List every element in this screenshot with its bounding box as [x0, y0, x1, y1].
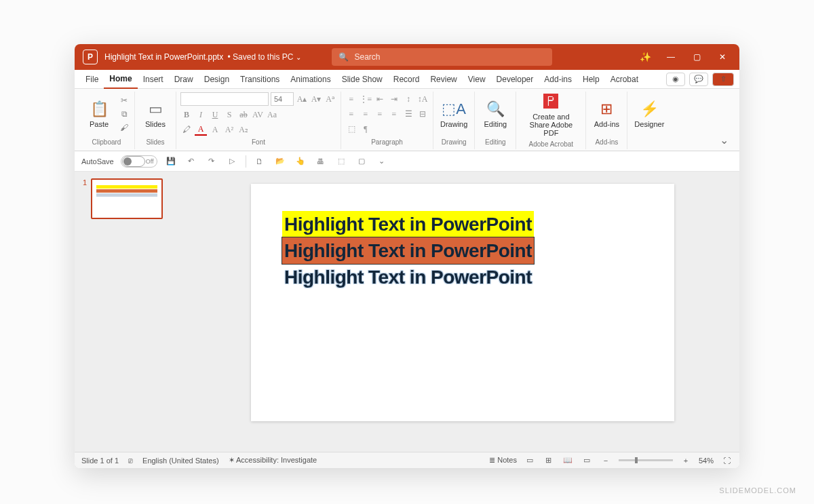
addins-button[interactable]: ⊞Add-ins — [590, 99, 623, 130]
slideshow-view-icon[interactable]: ▭ — [581, 456, 593, 465]
open-icon[interactable]: 📂 — [273, 155, 287, 168]
autosave-toggle[interactable]: Off — [121, 155, 157, 168]
numbering-button[interactable]: ⋮≡ — [360, 93, 372, 105]
save-status[interactable]: • Saved to this PC — [225, 52, 293, 62]
italic-button[interactable]: I — [195, 109, 207, 121]
zoom-level[interactable]: 54% — [699, 457, 714, 465]
highlight-color-button[interactable]: 🖍 — [180, 123, 193, 136]
maximize-button[interactable]: ▢ — [684, 44, 710, 70]
slide-counter[interactable]: Slide 1 of 1 — [81, 457, 119, 465]
clear-format-icon[interactable]: Aᵃ — [324, 93, 336, 105]
tab-home[interactable]: Home — [104, 70, 137, 89]
justify-button[interactable]: ≡ — [388, 108, 400, 120]
slide-canvas[interactable]: Highlight Text in PowerPoint Highlight T… — [251, 184, 674, 421]
tab-design[interactable]: Design — [199, 70, 235, 89]
shadow-button[interactable]: S — [223, 109, 235, 121]
magic-icon[interactable]: ✨ — [632, 44, 658, 70]
paragraph-dir-button[interactable]: ¶ — [360, 123, 372, 135]
strike-button[interactable]: ab — [237, 109, 250, 121]
qat-icon-a[interactable]: ⬚ — [334, 155, 348, 168]
fit-window-icon[interactable]: ⛶ — [720, 456, 733, 465]
cut-icon[interactable]: ✂ — [118, 94, 130, 106]
highlighted-text-yellow[interactable]: Highlight Text in PowerPoint — [282, 211, 534, 237]
char-spacing-button[interactable]: AV — [252, 109, 264, 121]
tab-draw[interactable]: Draw — [169, 70, 199, 89]
search-box[interactable]: 🔍 — [332, 48, 552, 66]
grow-font-icon[interactable]: A▴ — [296, 93, 308, 105]
copy-icon[interactable]: ⧉ — [118, 108, 130, 120]
text-effects-button[interactable]: A — [209, 123, 221, 136]
bold-button[interactable]: B — [180, 109, 193, 121]
redo-icon[interactable]: ↷ — [205, 155, 218, 168]
align-left-button[interactable]: ≡ — [345, 108, 357, 120]
sorter-view-icon[interactable]: ⊞ — [543, 456, 555, 465]
record-button[interactable]: ◉ — [666, 73, 685, 86]
notes-button[interactable]: ≣ Notes — [489, 456, 517, 465]
shrink-font-icon[interactable]: A▾ — [310, 93, 322, 105]
highlighted-text-orange[interactable]: Highlight Text in PowerPoint — [282, 237, 534, 264]
chevron-down-icon[interactable]: ⌄ — [296, 54, 301, 61]
editing-button[interactable]: 🔍Editing — [479, 99, 511, 130]
save-icon[interactable]: 💾 — [164, 155, 178, 168]
comments-button[interactable]: 💬 — [689, 73, 708, 86]
text-direction-button[interactable]: ↕A — [416, 93, 429, 105]
qat-more-icon[interactable]: ⌄ — [375, 155, 389, 168]
print-icon[interactable]: 🖶 — [314, 155, 328, 168]
reading-view-icon[interactable]: 📖 — [562, 456, 574, 465]
search-input[interactable] — [354, 52, 545, 62]
columns-button[interactable]: ☰ — [402, 108, 414, 120]
accessibility-status[interactable]: ✶ Accessibility: Investigate — [229, 456, 317, 465]
tab-view[interactable]: View — [463, 70, 491, 89]
tab-acrobat[interactable]: Acrobat — [605, 70, 644, 89]
touch-mode-icon[interactable]: 👆 — [294, 155, 307, 168]
zoom-slider[interactable] — [619, 459, 673, 461]
start-show-icon[interactable]: ▷ — [225, 155, 239, 168]
font-name-input[interactable] — [180, 92, 269, 106]
close-button[interactable]: ✕ — [710, 44, 735, 70]
superscript-button[interactable]: A² — [223, 123, 235, 136]
tab-slideshow[interactable]: Slide Show — [336, 70, 388, 89]
language-status[interactable]: English (United States) — [142, 457, 219, 465]
bullets-button[interactable]: ≡ — [345, 93, 357, 105]
indent-dec-button[interactable]: ⇤ — [374, 93, 386, 105]
tab-record[interactable]: Record — [388, 70, 425, 89]
drawing-button[interactable]: ⬚ADrawing — [438, 99, 470, 130]
tab-animations[interactable]: Animations — [285, 70, 336, 89]
tab-review[interactable]: Review — [425, 70, 462, 89]
underline-button[interactable]: U — [209, 109, 221, 121]
thumbnail-preview[interactable] — [91, 178, 163, 219]
collapse-ribbon-icon[interactable]: ⌄ — [713, 131, 735, 149]
qat-icon-b[interactable]: ▢ — [355, 155, 368, 168]
align-text-button[interactable]: ⊟ — [416, 108, 429, 120]
tab-transitions[interactable]: Transitions — [235, 70, 285, 89]
tab-help[interactable]: Help — [577, 70, 605, 89]
document-title[interactable]: Highlight Text in PowerPoint.pptx — [104, 52, 223, 62]
format-painter-icon[interactable]: 🖌 — [118, 121, 130, 134]
font-size-input[interactable]: 54 — [271, 92, 294, 106]
align-center-button[interactable]: ≡ — [360, 108, 372, 120]
align-right-button[interactable]: ≡ — [374, 108, 386, 120]
designer-button[interactable]: ⚡Designer — [632, 99, 667, 130]
slide-canvas-area[interactable]: Highlight Text in PowerPoint Highlight T… — [186, 172, 739, 452]
tab-developer[interactable]: Developer — [491, 70, 539, 89]
subscript-button[interactable]: A₂ — [237, 123, 250, 136]
highlighted-text-glow[interactable]: Highlight Text in PowerPoint — [282, 264, 534, 290]
zoom-out-icon[interactable]: − — [600, 456, 612, 465]
undo-icon[interactable]: ↶ — [185, 155, 198, 168]
minimize-button[interactable]: — — [658, 44, 684, 70]
adobe-pdf-button[interactable]: 🅿Create and Share Adobe PDF — [520, 92, 581, 138]
thumbnail-panel[interactable]: 1 — [75, 172, 186, 452]
slide-thumbnail[interactable]: 1 — [83, 178, 178, 219]
tab-insert[interactable]: Insert — [138, 70, 169, 89]
font-color-button[interactable]: A — [195, 123, 207, 136]
indent-inc-button[interactable]: ⇥ — [388, 93, 400, 105]
tab-addins[interactable]: Add-ins — [539, 70, 577, 89]
tab-file[interactable]: File — [80, 70, 104, 89]
line-spacing-button[interactable]: ↕ — [402, 93, 414, 105]
convert-smartart-button[interactable]: ⬚ — [345, 123, 357, 135]
share-button[interactable]: ⇧ — [712, 73, 734, 86]
accessibility-person-icon[interactable]: ⎚ — [128, 457, 133, 465]
normal-view-icon[interactable]: ▭ — [524, 456, 536, 465]
change-case-button[interactable]: Aa — [266, 109, 278, 121]
slides-button[interactable]: ▭Slides — [139, 99, 172, 130]
